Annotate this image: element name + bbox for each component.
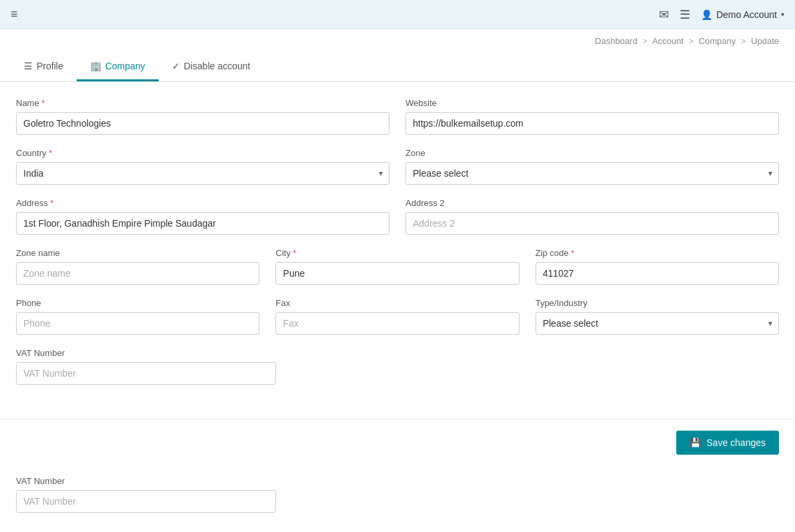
company-form: Name * Website Country * India USA UK ▾: [0, 82, 795, 414]
navbar: ≡ ✉ ☰ 👤 Demo Account ▾: [0, 0, 795, 29]
user-avatar-icon: 👤: [701, 9, 712, 20]
country-select-wrapper: India USA UK ▾: [16, 162, 389, 185]
form-group-zip: Zip code *: [536, 248, 779, 285]
form-group-zone-name: Zone name: [16, 248, 259, 285]
breadcrumb-dashboard[interactable]: Dashboard: [595, 36, 638, 46]
form-row-address: Address * Address 2: [16, 198, 779, 235]
breadcrumb-company[interactable]: Company: [699, 36, 736, 46]
address-label: Address *: [16, 198, 389, 208]
form-group-city: City *: [275, 248, 519, 285]
fax-label: Fax: [275, 298, 519, 308]
hamburger-icon[interactable]: ≡: [11, 7, 18, 21]
form-group-type-industry: Type/Industry Please select ▾: [536, 298, 779, 335]
user-menu[interactable]: 👤 Demo Account ▾: [701, 9, 784, 20]
tab-disable-account[interactable]: ✓ Disable account: [159, 53, 264, 81]
tab-profile-icon: ☰: [24, 61, 33, 71]
address2-label: Address 2: [406, 198, 779, 208]
phone-input[interactable]: [16, 312, 259, 335]
zone-select[interactable]: Please select: [406, 162, 779, 185]
zone-name-label: Zone name: [16, 248, 259, 258]
save-button[interactable]: 💾 Save changes: [676, 431, 779, 455]
fax-input[interactable]: [275, 312, 519, 335]
breadcrumb-sep-3: >: [741, 36, 746, 46]
form-row-country-zone: Country * India USA UK ▾ Zone Please sel…: [16, 148, 779, 185]
user-dropdown-arrow-icon: ▾: [781, 11, 784, 18]
website-label: Website: [406, 98, 779, 108]
type-select[interactable]: Please select: [536, 312, 779, 335]
tab-disable-label: Disable account: [184, 61, 251, 71]
form-row-zone-city-zip: Zone name City * Zip code *: [16, 248, 779, 285]
form-group-address: Address *: [16, 198, 389, 235]
zip-label: Zip code *: [536, 248, 779, 258]
form-group-zone: Zone Please select ▾: [406, 148, 779, 185]
name-label: Name *: [16, 98, 389, 108]
tab-disable-icon: ✓: [172, 61, 180, 71]
address2-input[interactable]: [406, 212, 779, 235]
tab-profile[interactable]: ☰ Profile: [11, 53, 77, 81]
bottom-vat-section: VAT Number: [0, 465, 795, 523]
website-input[interactable]: [406, 112, 779, 135]
country-select[interactable]: India USA UK: [16, 162, 389, 185]
form-group-fax: Fax: [275, 298, 519, 335]
form-group-vat: VAT Number: [16, 348, 276, 385]
breadcrumb-sep-2: >: [688, 36, 694, 46]
form-footer: 💾 Save changes: [0, 419, 795, 465]
tab-profile-label: Profile: [37, 61, 63, 71]
vat2-input[interactable]: [16, 490, 276, 513]
country-required: *: [49, 148, 52, 158]
save-icon: 💾: [690, 437, 701, 448]
name-required: *: [41, 98, 45, 108]
zone-label: Zone: [406, 148, 779, 158]
form-row-name-website: Name * Website: [16, 98, 779, 135]
list-icon[interactable]: ☰: [680, 7, 690, 22]
breadcrumb: Dashboard > Account > Company > Update: [0, 29, 795, 53]
form-group-website: Website: [406, 98, 779, 135]
city-required: *: [293, 248, 296, 258]
zone-select-wrapper: Please select ▾: [406, 162, 779, 185]
save-label: Save changes: [706, 437, 766, 448]
name-input[interactable]: [16, 112, 389, 135]
breadcrumb-current: Update: [751, 36, 779, 46]
type-label: Type/Industry: [536, 298, 779, 308]
vat-label: VAT Number: [16, 348, 276, 358]
phone-label: Phone: [16, 298, 259, 308]
zone-name-input[interactable]: [16, 262, 259, 285]
zip-required: *: [571, 248, 574, 258]
user-label: Demo Account: [716, 9, 777, 20]
type-select-wrapper: Please select ▾: [536, 312, 779, 335]
address-input[interactable]: [16, 212, 389, 235]
breadcrumb-sep-1: >: [642, 36, 648, 46]
zip-input[interactable]: [536, 262, 779, 285]
form-group-address2: Address 2: [406, 198, 779, 235]
tab-company-label: Company: [105, 61, 145, 71]
navbar-left: ≡: [11, 7, 18, 21]
tab-company[interactable]: 🏢 Company: [77, 53, 159, 81]
mail-icon[interactable]: ✉: [659, 7, 669, 22]
form-group-name: Name *: [16, 98, 389, 135]
vat-input[interactable]: [16, 362, 276, 385]
form-row-phone-fax-type: Phone Fax Type/Industry Please select ▾: [16, 298, 779, 335]
city-input[interactable]: [275, 262, 519, 285]
country-label: Country *: [16, 148, 389, 158]
city-label: City *: [275, 248, 519, 258]
address-required: *: [50, 198, 53, 208]
tab-bar: ☰ Profile 🏢 Company ✓ Disable account: [0, 53, 795, 82]
form-group-country: Country * India USA UK ▾: [16, 148, 389, 185]
form-row-vat: VAT Number: [16, 348, 779, 385]
form-group-phone: Phone: [16, 298, 259, 335]
navbar-right: ✉ ☰ 👤 Demo Account ▾: [659, 7, 784, 22]
tab-company-icon: 🏢: [90, 61, 101, 71]
vat2-label: VAT Number: [16, 476, 276, 486]
form-group-vat2: VAT Number: [16, 476, 276, 513]
breadcrumb-account[interactable]: Account: [652, 36, 684, 46]
